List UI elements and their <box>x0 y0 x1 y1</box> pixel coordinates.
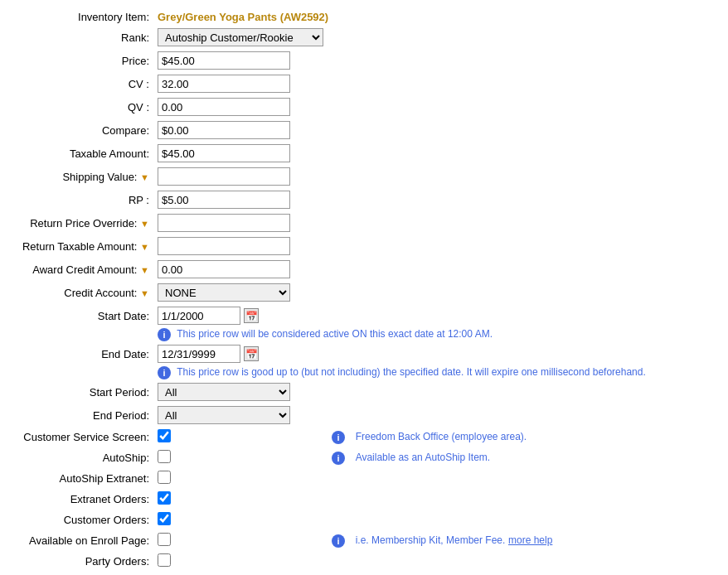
shipping-input[interactable] <box>158 167 290 186</box>
taxable-label: Taxable Amount: <box>12 142 153 165</box>
credit-account-help-icon: ▼ <box>140 288 149 298</box>
party-orders-checkbox[interactable] <box>158 553 171 567</box>
rp-label: RP : <box>12 188 153 211</box>
return-taxable-label: Return Taxable Amount: ▼ <box>12 234 153 258</box>
award-credit-input[interactable] <box>158 260 290 278</box>
return-price-input[interactable] <box>158 214 290 232</box>
inventory-item-value: Grey/Green Yoga Pants (AW2592) <box>158 11 328 23</box>
end-date-note: This price row is good up to (but not in… <box>177 366 646 378</box>
rank-select[interactable]: Autoship Customer/Rookie All Ranks Custo… <box>158 28 323 46</box>
autoship-note: Available as an AutoShip Item. <box>356 452 491 463</box>
rp-input[interactable] <box>158 191 290 209</box>
qv-label: QV : <box>12 95 153 118</box>
extranet-orders-label: Extranet Orders: <box>12 489 153 510</box>
customer-orders-label: Customer Orders: <box>12 510 153 530</box>
autoship-checkbox[interactable] <box>158 450 171 463</box>
end-date-label: End Date: <box>12 342 153 365</box>
autoship-extranet-label: AutoShip Extranet: <box>12 468 153 489</box>
price-input[interactable] <box>158 51 290 70</box>
enroll-page-label: Available on Enroll Page: <box>12 530 153 551</box>
start-date-note: This price row will be considered active… <box>177 328 493 340</box>
end-date-calendar-icon[interactable]: 📅 <box>244 346 259 361</box>
customer-service-note: Freedom Back Office (employee area). <box>356 431 527 442</box>
cv-input[interactable] <box>158 75 290 93</box>
customer-service-info-icon: i <box>332 431 345 444</box>
start-date-input[interactable] <box>158 307 240 325</box>
shipping-label: Shipping Value: ▼ <box>12 165 153 188</box>
start-period-select[interactable]: All 1 2 3 <box>158 383 290 401</box>
customer-service-checkbox[interactable] <box>158 429 171 442</box>
end-period-select[interactable]: All 1 2 3 <box>158 406 290 424</box>
start-date-label: Start Date: <box>12 304 153 327</box>
rank-label: Rank: <box>12 26 153 49</box>
compare-label: Compare: <box>12 118 153 142</box>
party-orders-label: Party Orders: <box>12 551 153 572</box>
shipping-help-icon: ▼ <box>140 172 149 182</box>
award-credit-label: Award Credit Amount: ▼ <box>12 258 153 281</box>
main-form: Inventory Item: Grey/Green Yoga Pants (A… <box>12 8 716 575</box>
credit-account-select[interactable]: NONE Account 1 Account 2 <box>158 283 290 302</box>
extranet-orders-checkbox[interactable] <box>158 491 171 505</box>
end-date-input[interactable] <box>158 345 240 363</box>
return-taxable-input[interactable] <box>158 237 290 255</box>
enroll-page-info-icon: i <box>332 534 345 548</box>
qv-input[interactable] <box>158 98 290 116</box>
compare-input[interactable] <box>158 121 290 139</box>
return-price-label: Return Price Override: ▼ <box>12 211 153 234</box>
autoship-info-icon: i <box>332 452 345 465</box>
credit-account-label: Credit Account: ▼ <box>12 281 153 304</box>
award-credit-help-icon: ▼ <box>140 265 149 275</box>
taxable-input[interactable] <box>158 144 290 162</box>
inventory-item-label: Inventory Item: <box>12 8 153 26</box>
enroll-page-note: i.e. Membership Kit, Member Fee. <box>356 534 506 546</box>
start-date-info-icon: i <box>158 328 171 341</box>
return-price-help-icon: ▼ <box>140 219 149 229</box>
autoship-extranet-checkbox[interactable] <box>158 471 171 484</box>
end-date-info-icon: i <box>158 366 171 379</box>
start-period-label: Start Period: <box>12 380 153 403</box>
start-date-calendar-icon[interactable]: 📅 <box>244 308 259 323</box>
enroll-page-checkbox[interactable] <box>158 533 171 546</box>
return-taxable-help-icon: ▼ <box>140 242 149 252</box>
end-period-label: End Period: <box>12 403 153 427</box>
more-help-link[interactable]: more help <box>508 534 552 546</box>
cv-label: CV : <box>12 72 153 95</box>
customer-orders-checkbox[interactable] <box>158 512 171 525</box>
price-label: Price: <box>12 49 153 72</box>
customer-service-label: Customer Service Screen: <box>12 427 153 447</box>
autoship-label: AutoShip: <box>12 447 153 468</box>
